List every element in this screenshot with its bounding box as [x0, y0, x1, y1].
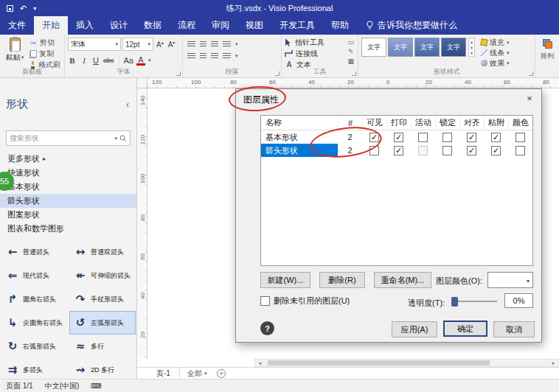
- tell-me-box[interactable]: 告诉我你想要做什么: [366, 16, 457, 35]
- tab-insert[interactable]: 插入: [68, 16, 102, 35]
- stencil-item-right-arc-arrow[interactable]: ↻右弧形箭头: [1, 335, 69, 358]
- sidebar-item-basic-shapes[interactable]: 基本形状: [0, 180, 136, 194]
- gallery-expand-icon[interactable]: ▾: [471, 50, 473, 55]
- remove-unreferenced-checkbox[interactable]: [260, 296, 270, 306]
- layer-checkbox[interactable]: [515, 133, 525, 142]
- rename-layer-button[interactable]: 重命名(M)...: [374, 272, 431, 288]
- font-color-button[interactable]: A: [136, 56, 145, 66]
- font-size-combo[interactable]: 12pt▾: [122, 38, 153, 51]
- remove-unreferenced-option[interactable]: 删除未引用的图层(U): [260, 295, 350, 307]
- layer-checkbox[interactable]: [442, 133, 452, 142]
- collapse-panel-icon[interactable]: ‹: [126, 99, 129, 110]
- decrease-indent-icon[interactable]: [200, 53, 206, 60]
- tab-data[interactable]: 数据: [136, 16, 170, 35]
- scrollbar-track[interactable]: [265, 360, 549, 366]
- layer-checkbox[interactable]: ✓: [394, 133, 403, 142]
- dialog-title-bar[interactable]: 图层属性 ×: [236, 89, 541, 110]
- connector-tool-button[interactable]: 连接线: [285, 48, 355, 59]
- horizontal-scrollbar[interactable]: ◂ ▸: [254, 359, 559, 367]
- add-page-button[interactable]: +: [217, 369, 226, 378]
- layer-checkbox[interactable]: ✓: [467, 133, 476, 142]
- rectangle-tool-icon[interactable]: ▭: [347, 38, 354, 46]
- dropdown-arrow-icon[interactable]: ▾: [148, 57, 151, 63]
- dropdown-arrow-icon[interactable]: ▾: [235, 53, 238, 59]
- style-sample-3[interactable]: 文字: [414, 38, 440, 57]
- layer-checkbox[interactable]: ✓: [394, 146, 403, 155]
- stencil-item-normal-double-arrow[interactable]: ↔普通双箭头: [69, 240, 136, 264]
- freeform-tool-icon[interactable]: ✎: [348, 48, 354, 55]
- shape-styles-dialog-launcher-icon[interactable]: [529, 71, 533, 76]
- style-sample-2[interactable]: 文字: [388, 38, 413, 57]
- ok-button[interactable]: 确定: [443, 321, 487, 337]
- shrink-font-button[interactable]: A▾: [167, 40, 177, 49]
- line-spacing-icon[interactable]: [223, 53, 231, 60]
- layer-checkbox[interactable]: ✓: [467, 146, 476, 155]
- layer-checkbox[interactable]: ✓: [369, 133, 379, 142]
- layer-name-cell[interactable]: 基本形状: [261, 130, 338, 144]
- copy-button[interactable]: 复制: [29, 49, 60, 59]
- sidebar-item-more-shapes[interactable]: 更多形状▸: [0, 152, 136, 166]
- cut-button[interactable]: ✂剪切: [29, 38, 60, 48]
- tab-home[interactable]: 开始: [34, 16, 68, 35]
- grow-font-button[interactable]: A▴: [155, 40, 165, 49]
- tab-view[interactable]: 视图: [237, 16, 271, 35]
- case-button[interactable]: Aa: [124, 56, 133, 65]
- strikethrough-button[interactable]: abc: [103, 57, 114, 64]
- page-tab-1[interactable]: 页-1: [147, 368, 180, 379]
- all-pages-button[interactable]: 全部▾: [180, 368, 215, 379]
- font-name-combo[interactable]: 宋体▾: [68, 38, 121, 51]
- paste-button[interactable]: 粘贴▾: [1, 38, 28, 70]
- scroll-right-icon[interactable]: ▸: [549, 360, 558, 366]
- qat-customize-icon[interactable]: ▾: [33, 5, 36, 12]
- align-center-icon[interactable]: [200, 41, 206, 48]
- stencil-item-left-arc-arrow[interactable]: ↺左弧形箭头: [69, 311, 136, 335]
- italic-button[interactable]: I: [80, 56, 88, 65]
- keyboard-icon[interactable]: ⌨: [91, 382, 101, 390]
- tab-process[interactable]: 流程: [170, 16, 204, 35]
- search-dropdown-icon[interactable]: ▾: [114, 136, 117, 141]
- delete-layer-button[interactable]: 删除(R): [319, 272, 365, 288]
- slider-thumb[interactable]: [451, 297, 458, 307]
- help-button[interactable]: ?: [260, 321, 274, 335]
- style-sample-1[interactable]: 文字: [361, 38, 386, 57]
- layer-checkbox[interactable]: [369, 146, 379, 155]
- scrollbar-thumb[interactable]: [268, 360, 490, 365]
- layer-checkbox[interactable]: [418, 133, 428, 142]
- tab-file[interactable]: 文件: [0, 16, 34, 35]
- layer-checkbox[interactable]: [515, 146, 525, 155]
- save-icon[interactable]: [7, 5, 13, 12]
- layer-color-combo[interactable]: ▾: [487, 272, 533, 288]
- scroll-left-icon[interactable]: ◂: [255, 360, 265, 366]
- font-dialog-launcher-icon[interactable]: [176, 71, 181, 76]
- line-button[interactable]: 线条▾: [481, 48, 510, 57]
- stencil-item-normal-arrow[interactable]: ←普通箭头: [1, 240, 69, 264]
- new-layer-button[interactable]: 新建(W)...: [260, 272, 310, 288]
- layer-row-0[interactable]: 基本形状2✓✓✓✓: [261, 130, 532, 144]
- tab-review[interactable]: 审阅: [204, 16, 237, 35]
- gallery-down-icon[interactable]: ▾: [471, 45, 473, 50]
- language-indicator[interactable]: 中文(中国): [45, 381, 80, 391]
- sidebar-item-quick-shapes[interactable]: 快速形状: [0, 166, 136, 180]
- layer-row-1[interactable]: 箭头形状2✓✓✓: [261, 144, 532, 157]
- tab-design[interactable]: 设计: [102, 16, 136, 35]
- increase-indent-icon[interactable]: [211, 53, 218, 60]
- arrange-icon[interactable]: [543, 39, 552, 49]
- stencil-item-modern-arrow[interactable]: ⇐现代箭头: [1, 264, 69, 287]
- pointer-tool-button[interactable]: 指针工具: [285, 37, 355, 48]
- apply-button[interactable]: 应用(A): [392, 321, 437, 337]
- layer-checkbox[interactable]: [442, 146, 452, 155]
- sidebar-item-arrow-shapes[interactable]: 箭头形状: [0, 194, 136, 208]
- bold-button[interactable]: B: [68, 56, 77, 65]
- style-sample-4[interactable]: 文字: [441, 38, 466, 57]
- tab-developer[interactable]: 开发工具: [271, 16, 323, 35]
- tab-help[interactable]: 帮助: [323, 16, 357, 35]
- transparency-slider[interactable]: [451, 295, 497, 307]
- layer-checkbox[interactable]: ✓: [491, 133, 501, 142]
- bullets-icon[interactable]: [187, 53, 195, 60]
- sidebar-item-pattern-shapes[interactable]: 图案形状: [0, 208, 136, 222]
- align-left-icon[interactable]: [187, 41, 195, 48]
- tools-dialog-launcher-icon[interactable]: [352, 71, 356, 76]
- grid-tool-icon[interactable]: ▦: [347, 57, 354, 65]
- close-icon[interactable]: ×: [518, 89, 541, 107]
- cancel-button[interactable]: 取消: [493, 321, 535, 337]
